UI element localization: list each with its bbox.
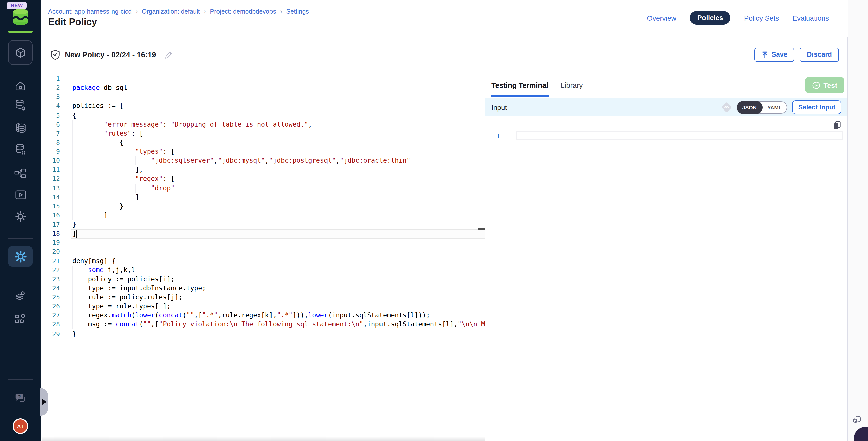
save-button-label: Save	[772, 51, 787, 58]
code-line: ]	[72, 229, 485, 238]
breadcrumb-organization[interactable]: Organization: default	[142, 8, 200, 15]
breadcrumb-separator: ›	[135, 7, 138, 15]
testing-panel-tabs: Testing Terminal Library	[485, 73, 847, 98]
code-line: {	[72, 138, 485, 147]
corner-fab-button[interactable]	[854, 427, 868, 441]
testing-panel: Testing Terminal Library Test Input	[485, 73, 847, 441]
sidebar-item-layers-settings[interactable]	[0, 290, 41, 303]
sidebar-divider	[8, 238, 33, 239]
tab-policies[interactable]: Policies	[690, 11, 731, 25]
code-line: {	[72, 111, 485, 120]
code-line: ]	[72, 211, 485, 220]
page-title: Edit Policy	[48, 17, 97, 28]
sidebar-divider	[8, 379, 33, 380]
code-line	[72, 238, 485, 247]
upload-icon	[762, 51, 768, 58]
sidebar-item-settings[interactable]	[0, 211, 41, 222]
code-line: msg := concat("",["Policy violation:\n T…	[72, 320, 485, 329]
database-stack-icon	[14, 122, 27, 134]
avatar[interactable]: AT	[12, 418, 28, 434]
right-rail	[848, 0, 868, 441]
tab-policy-sets[interactable]: Policy Sets	[744, 14, 779, 22]
code-line	[72, 247, 485, 256]
code-line: regex.match(lower(concat("",[".*",rule.r…	[72, 311, 485, 320]
policy-header: New Policy - 02/24 - 16:19 Save	[42, 37, 847, 72]
code-line	[72, 93, 485, 102]
horizontal-scrollbar[interactable]	[42, 437, 485, 441]
tab-testing-terminal[interactable]: Testing Terminal	[491, 73, 549, 98]
code-line: some i,j,k,l	[72, 265, 485, 275]
sidebar-item-org-settings[interactable]	[0, 311, 41, 324]
new-badge: NEW	[7, 1, 26, 9]
code-line: rule := policy.rules[j];	[72, 293, 485, 302]
input-editor[interactable]: 1	[485, 116, 847, 441]
input-bar: Input </> JSON YAML Select Input	[485, 98, 847, 116]
shield-check-icon	[51, 50, 60, 60]
help-chat-icon: ?	[14, 392, 27, 405]
database-dots-icon	[14, 143, 26, 156]
code-diamond-icon[interactable]: </>	[721, 102, 732, 113]
sidebar-item-home[interactable]	[0, 81, 41, 92]
tab-evaluations[interactable]: Evaluations	[793, 14, 829, 22]
format-option-yaml[interactable]: YAML	[762, 101, 787, 113]
code-line: }	[72, 220, 485, 229]
copy-icon[interactable]	[833, 121, 841, 130]
policy-title: New Policy - 02/24 - 16:19	[65, 50, 156, 59]
code-line: }	[72, 329, 485, 338]
edit-pencil-icon[interactable]	[165, 51, 173, 59]
module-selector-button[interactable]	[8, 40, 33, 65]
chat-bubbles-icon[interactable]	[852, 415, 862, 424]
code-line: ]	[72, 193, 485, 202]
gear-icon	[14, 211, 26, 222]
code-line: package db_sql	[72, 83, 485, 92]
sidebar: NEW	[0, 0, 41, 441]
code-line: policy := policies[i];	[72, 275, 485, 284]
code-line: deny[msg] {	[72, 256, 485, 265]
code-line	[72, 74, 485, 83]
code-line: "rules": [	[72, 129, 485, 138]
discard-button-label: Discard	[807, 51, 832, 58]
sidebar-item-policies-active[interactable]	[8, 246, 33, 267]
sidebar-item-databases[interactable]	[0, 122, 41, 134]
format-option-json[interactable]: JSON	[737, 101, 762, 114]
breadcrumb-separator: ›	[280, 7, 282, 15]
sidebar-item-executions[interactable]	[0, 189, 41, 200]
breadcrumb-settings[interactable]: Settings	[286, 8, 309, 15]
format-toggle[interactable]: JSON YAML	[737, 101, 787, 113]
editor-code[interactable]: package db_sqlpolicies := [{ "error_mess…	[72, 74, 485, 338]
code-line: "types": [	[72, 147, 485, 156]
cube-module-icon	[14, 46, 26, 59]
sidebar-expand-handle[interactable]	[40, 388, 48, 416]
sidebar-item-db-settings[interactable]	[0, 99, 41, 112]
overview-ruler-marker	[478, 228, 485, 230]
code-line: type := input.dbInstance.type;	[72, 284, 485, 293]
sidebar-item-db-instances[interactable]	[0, 143, 41, 156]
sidebar-item-help[interactable]: ?	[0, 392, 41, 405]
input-line-number: 1	[485, 132, 500, 139]
breadcrumb-project[interactable]: Project: demodbdevops	[210, 8, 276, 15]
breadcrumb-account[interactable]: Account: app-harness-ng-cicd	[48, 8, 132, 15]
pipeline-icon	[14, 168, 27, 179]
test-button[interactable]: Test	[805, 77, 844, 93]
code-line: "drop"	[72, 184, 485, 193]
code-line: }	[72, 202, 485, 211]
gear-active-icon	[14, 250, 27, 263]
layers-gear-icon	[14, 290, 27, 303]
tab-overview[interactable]: Overview	[647, 14, 676, 22]
harness-db-logo[interactable]	[11, 8, 30, 26]
breadcrumb-separator: ›	[204, 7, 206, 15]
tab-library[interactable]: Library	[561, 73, 583, 98]
test-button-label: Test	[823, 81, 837, 89]
discard-button[interactable]: Discard	[800, 48, 839, 62]
sidebar-item-pipelines[interactable]	[0, 168, 41, 179]
code-line: "error_message": "Dropping of table is n…	[72, 120, 485, 129]
save-button[interactable]: Save	[754, 48, 795, 62]
text-cursor	[76, 230, 77, 238]
select-input-button[interactable]: Select Input	[793, 100, 841, 114]
database-gear-icon	[14, 99, 26, 112]
input-current-line[interactable]	[516, 131, 843, 140]
home-icon	[14, 81, 26, 92]
breadcrumb: Account: app-harness-ng-cicd › Organizat…	[48, 7, 309, 15]
code-line: type = rule.types[_];	[72, 302, 485, 311]
policy-code-editor[interactable]: 1234567891011121314151617181920212223242…	[42, 73, 485, 441]
